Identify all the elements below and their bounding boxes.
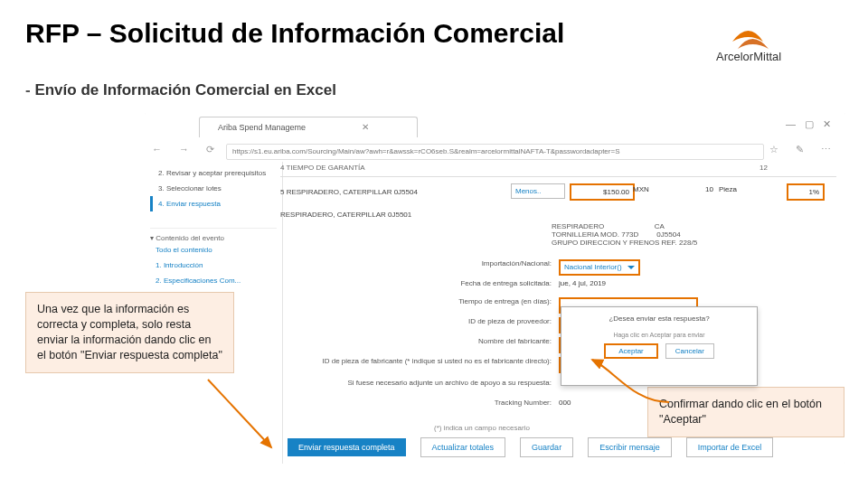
dialog-question: ¿Desea enviar esta respuesta? — [569, 314, 750, 323]
row-import: Importación/Nacional:Nacional Interior() — [280, 259, 836, 276]
sidebar-step-4[interactable]: 4. Enviar respuesta — [150, 196, 277, 211]
sidebar-step-2[interactable]: 2. Revisar y aceptar prerequisitos — [150, 165, 277, 181]
arcelormittal-logo: ArcelorMittal — [716, 20, 843, 63]
import-excel-button[interactable]: Importar de Excel — [686, 437, 774, 457]
cancel-button[interactable]: Cancelar — [665, 343, 714, 359]
write-message-button[interactable]: Escribir mensaje — [588, 437, 672, 457]
item-description: RESPIRADERO, CATERPILLAR 0J5501 RESPIRAD… — [280, 207, 836, 247]
action-button-bar: Enviar respuesta completa Actualizar tot… — [271, 435, 845, 460]
col-warranty-val: 12 — [760, 164, 768, 172]
url-field[interactable]: https://s1.eu.ariba.com/Sourcing/Main/aw… — [226, 144, 764, 160]
callout-submit-hint: Una vez que la información es correcta y… — [25, 292, 234, 373]
submit-full-response-button[interactable]: Enviar respuesta completa — [288, 438, 406, 456]
dialog-hint: Haga clic en Aceptar para enviar — [569, 332, 750, 338]
accept-button[interactable]: Aceptar — [604, 343, 658, 359]
sidebar-link-intro[interactable]: 1. Introducción — [150, 258, 277, 273]
browser-addressbar: ← → ⟳ https://s1.eu.ariba.com/Sourcing/M… — [145, 138, 845, 163]
currency-label: MXN — [633, 185, 649, 193]
nav-back-forward-icons[interactable]: ← → ⟳ — [152, 144, 222, 155]
update-totals-button[interactable]: Actualizar totales — [420, 437, 506, 457]
slide-subtitle: - Envío de Información Comercial en Exce… — [25, 81, 336, 99]
sidebar-step-3[interactable]: 3. Seleccionar lotes — [150, 181, 277, 196]
callout-accept-hint: Confirmar dando clic en el botón "Acepta… — [647, 387, 844, 437]
confirm-dialog: ¿Desea enviar esta respuesta? Haga clic … — [561, 306, 758, 386]
svg-text:ArcelorMittal: ArcelorMittal — [716, 50, 781, 63]
qty-label: 10 — [705, 185, 713, 193]
browser-titlebar: Ariba Spend Manageme ✕ —▢✕ — [145, 113, 845, 139]
tab-close-icon[interactable]: ✕ — [362, 122, 369, 132]
price-input[interactable]: $150.00 — [570, 183, 635, 201]
browser-tab[interactable]: Ariba Spend Manageme — [199, 117, 418, 137]
sidebar-content-header[interactable]: ▾ Contenido del evento — [150, 228, 277, 242]
percent-input[interactable]: 1% — [787, 183, 825, 201]
import-select[interactable]: Nacional Interior() — [559, 259, 640, 276]
required-note: (*) indica un campo necesario — [434, 424, 530, 432]
sidebar-link-all[interactable]: Todo el contenido — [150, 242, 277, 258]
menos-button[interactable]: Menos.. — [511, 183, 565, 199]
slide-title: RFP – Solicitud de Información Comercial — [25, 18, 564, 49]
save-button[interactable]: Guardar — [520, 437, 573, 457]
window-controls[interactable]: —▢✕ — [786, 118, 840, 130]
sidebar-link-spec[interactable]: 2. Especificaciones Com... — [150, 273, 277, 288]
browser-action-icons[interactable]: ☆ ✎ ⋯ — [769, 144, 838, 155]
unit-label: Pieza — [719, 185, 737, 193]
row-delivery-date: Fecha de entrega solicitada:jue, 4 jul, … — [280, 279, 836, 296]
col-warranty: 4 TIEMPO DE GARANTÍA — [280, 164, 365, 172]
